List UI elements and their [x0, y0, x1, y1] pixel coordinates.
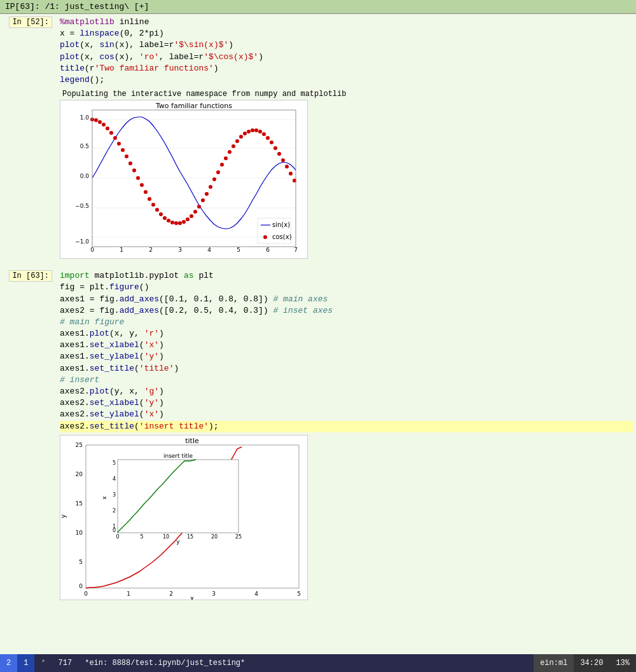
plot2-inset-ylabel: x	[101, 495, 107, 499]
svg-point-42	[178, 221, 182, 225]
svg-text:20: 20	[76, 471, 83, 477]
svg-point-33	[144, 190, 148, 194]
in-prompt-63[interactable]: In [63]:	[9, 270, 52, 282]
svg-point-40	[170, 221, 174, 224]
plot2-main-title: title	[185, 437, 199, 445]
status-num1[interactable]: 2	[0, 654, 17, 672]
svg-point-32	[140, 183, 144, 187]
svg-text:25: 25	[235, 534, 242, 540]
svg-point-30	[132, 168, 136, 172]
code-line-6: legend();	[60, 74, 633, 86]
svg-point-63	[258, 130, 262, 134]
svg-point-39	[167, 219, 170, 223]
svg-point-69	[281, 158, 285, 162]
svg-text:10: 10	[76, 530, 83, 536]
svg-text:0: 0	[84, 591, 88, 597]
status-bar: 2 1 * 717 *ein: 8888/test.ipynb/just_tes…	[0, 654, 636, 672]
svg-point-57	[235, 139, 239, 143]
svg-text:−0.5: −0.5	[75, 203, 89, 209]
plot2-inset-xlabel: y	[176, 538, 180, 545]
svg-point-26	[117, 142, 121, 146]
svg-point-36	[155, 208, 159, 212]
svg-text:15: 15	[76, 500, 83, 507]
plot2-xlabel: x	[190, 595, 194, 600]
svg-text:4: 4	[207, 247, 211, 253]
plot1-container: Two familiar functions 1.0 0.5 0.0 −0.5 …	[0, 100, 636, 268]
svg-text:3: 3	[113, 492, 116, 498]
plot1-svg: Two familiar functions 1.0 0.5 0.0 −0.5 …	[60, 100, 308, 259]
svg-point-28	[125, 154, 128, 158]
svg-point-35	[151, 203, 155, 207]
code-63-14: axes2.plot(y, x, 'g')	[60, 386, 633, 397]
in-prompt-52[interactable]: In [52]:	[9, 17, 52, 28]
svg-text:0.5: 0.5	[80, 143, 89, 149]
cell-63-prompt: In [63]:	[0, 268, 57, 435]
status-num2[interactable]: 1	[17, 654, 34, 672]
code-63-1: import matplotlib.pyplot as plt	[60, 270, 633, 282]
plot2-inset-title: insert title	[163, 453, 193, 459]
svg-text:25: 25	[76, 442, 83, 448]
status-mode: ein:ml	[534, 654, 574, 672]
svg-point-45	[190, 214, 193, 218]
svg-text:5: 5	[79, 559, 83, 565]
svg-text:6: 6	[266, 247, 270, 253]
svg-point-20	[94, 118, 98, 122]
svg-point-38	[163, 216, 167, 220]
svg-text:4: 4	[254, 591, 258, 597]
code-63-15: axes2.set_xlabel('y')	[60, 397, 633, 409]
code-line-1: %matplotlib inline	[60, 17, 633, 28]
svg-point-62	[254, 128, 258, 132]
plot2-container: title 25 20 15 10 5 0 0 1 2 3 4 5 y x	[0, 435, 636, 609]
svg-text:1: 1	[127, 591, 130, 597]
svg-point-44	[186, 217, 190, 221]
svg-point-60	[247, 130, 251, 134]
svg-text:3: 3	[178, 247, 182, 253]
svg-text:3: 3	[212, 591, 216, 597]
svg-text:5: 5	[237, 247, 240, 253]
cell-63-content: import matplotlib.pyplot as plt fig = pl…	[57, 268, 636, 435]
status-percent: 13%	[609, 654, 636, 672]
code-line-3: plot(x, sin(x), label=r'$\sin(x)$')	[60, 39, 633, 51]
svg-point-56	[232, 144, 235, 148]
svg-point-70	[285, 165, 289, 168]
cell-52: In [52]: %matplotlib inline x = linspace…	[0, 14, 636, 88]
cell-52-content: %matplotlib inline x = linspace(0, 2*pi)…	[57, 14, 636, 88]
svg-text:2: 2	[113, 508, 116, 514]
svg-text:0: 0	[79, 583, 83, 589]
status-notebook: *ein: 8888/test.ipynb/just_testing*	[78, 654, 534, 672]
svg-point-41	[174, 221, 178, 225]
svg-point-64	[262, 132, 266, 136]
svg-point-50	[209, 185, 212, 189]
svg-point-48	[201, 198, 205, 202]
code-line-5: title(r'Two familiar functions')	[60, 63, 633, 74]
svg-point-27	[121, 148, 125, 152]
svg-point-23	[106, 127, 109, 130]
svg-point-67	[273, 146, 277, 150]
svg-point-25	[113, 136, 117, 140]
svg-text:0: 0	[113, 528, 116, 533]
notebook: In [52]: %matplotlib inline x = linspace…	[0, 14, 636, 654]
title-bar: IP[63]: /1: just_testing\ [+]	[0, 0, 636, 14]
code-line-4: plot(x, cos(x), 'ro', label=r'$\cos(x)$'…	[60, 51, 633, 63]
svg-text:−1.0: −1.0	[75, 238, 89, 245]
svg-text:1: 1	[120, 247, 123, 253]
output-52: Populating the interactive namespace fro…	[0, 88, 636, 100]
code-63-13: # insert	[60, 374, 633, 386]
svg-point-43	[182, 220, 186, 224]
svg-text:1.0: 1.0	[80, 114, 90, 121]
plot1-title: Two familiar functions	[155, 102, 232, 110]
status-asterisk: *	[34, 654, 52, 672]
code-line-2: x = linspace(0, 2*pi)	[60, 28, 633, 39]
status-linecount: 717	[52, 654, 79, 672]
svg-point-22	[102, 123, 106, 127]
svg-point-65	[266, 136, 270, 140]
svg-text:10: 10	[163, 534, 169, 540]
code-63-5: axes2 = fig.add_axes([0.2, 0.5, 0.4, 0.3…	[60, 305, 633, 317]
svg-point-54	[224, 156, 228, 160]
svg-text:2: 2	[169, 591, 173, 597]
svg-text:20: 20	[211, 534, 218, 540]
svg-text:2: 2	[149, 247, 153, 253]
code-63-8: axes1.plot(x, y, 'r')	[60, 328, 633, 339]
svg-text:0: 0	[90, 247, 94, 253]
svg-point-31	[136, 176, 140, 180]
